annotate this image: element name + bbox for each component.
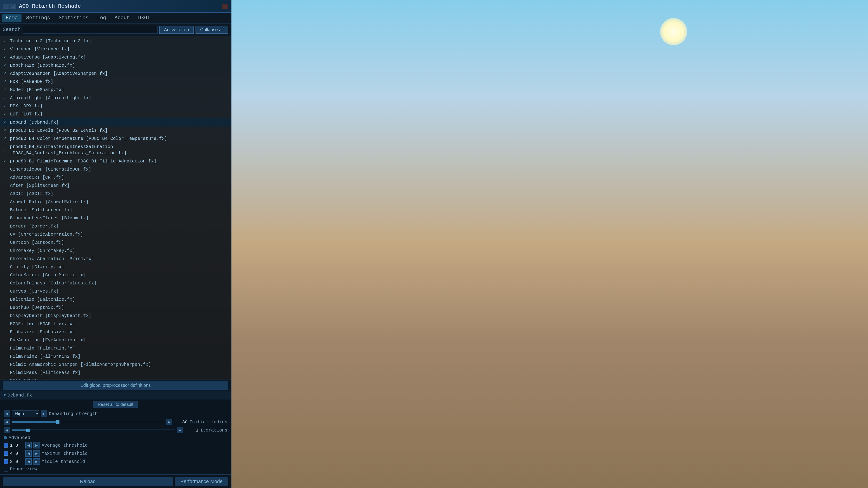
effect-list-item[interactable]: Curves [Curves.fx] bbox=[0, 287, 231, 295]
effect-list-item[interactable]: Aspect Ratio [AspectRatio.fx] bbox=[0, 198, 231, 206]
debug-view-row: Debug view bbox=[0, 466, 231, 473]
search-bar: Search Active to top Collapse all bbox=[0, 24, 231, 36]
effect-list-item[interactable]: Chromatic Aberration [Prism.fx] bbox=[0, 255, 231, 263]
search-label: Search bbox=[3, 27, 21, 33]
effect-list-item[interactable]: Filmic Anamorphic Sharpen [FilmicAnamorp… bbox=[0, 361, 231, 369]
effect-list-item[interactable]: CA [ChromaticAberration.fx] bbox=[0, 230, 231, 238]
effect-list-item[interactable]: AmbientLight [AmbientLight.fx] bbox=[0, 94, 231, 102]
effect-list-item[interactable]: Technicolor2 [Technicolor2.fx] bbox=[0, 37, 231, 45]
effect-list-item[interactable]: Vibrance [Vibrance.fx] bbox=[0, 45, 231, 53]
maximum-threshold-row: 4.0 ◀ ▶ Maximum threshold bbox=[0, 449, 231, 457]
average-threshold-row: 1.8 ◀ ▶ Average threshold bbox=[0, 441, 231, 449]
effect-list-item[interactable]: prod80_B4_ContrastBrightnessSaturation [… bbox=[0, 143, 231, 157]
effect-list-item[interactable]: AdaptiveSharpen [AdaptiveSharpen.fx] bbox=[0, 70, 231, 78]
effect-list-item[interactable]: DPX [DPX.fx] bbox=[0, 102, 231, 110]
iterations-minus[interactable]: ◀ bbox=[4, 427, 10, 433]
collapse-all-button[interactable]: Collapse all bbox=[195, 26, 228, 34]
effect-list-item[interactable]: EGAFilter [EGAFilter.fx] bbox=[0, 320, 231, 328]
advanced-toggle-dot bbox=[4, 436, 7, 440]
sun bbox=[660, 18, 687, 45]
effect-list-item[interactable]: Chromakey [Chromakey.fx] bbox=[0, 247, 231, 255]
effect-list-item[interactable]: EyeAdaption [EyeAdaption.fx] bbox=[0, 336, 231, 344]
debug-view-checkbox[interactable] bbox=[4, 467, 8, 471]
effect-list-item[interactable]: Cartoon [Cartoon.fx] bbox=[0, 238, 231, 247]
middle-threshold-indicator bbox=[4, 459, 8, 464]
effect-list-item[interactable]: AdvancedCRT [CRT.fx] bbox=[0, 173, 231, 182]
minimize-button[interactable]: _ bbox=[3, 4, 9, 9]
reload-button[interactable]: Reload bbox=[3, 477, 173, 486]
middle-threshold-value: 2.0 bbox=[10, 459, 24, 464]
effect-list-item[interactable]: AdaptiveFog [AdaptiveFog.fx] bbox=[0, 53, 231, 61]
advanced-toggle[interactable]: Advanced bbox=[0, 434, 231, 441]
menu-item-settings[interactable]: Settings bbox=[22, 14, 54, 22]
menu-item-about[interactable]: About bbox=[111, 14, 133, 22]
advanced-label: Advanced bbox=[8, 435, 30, 440]
menu-item-home[interactable]: Home bbox=[2, 14, 22, 22]
effect-list-item[interactable]: Deband [Deband.fx] bbox=[0, 119, 231, 127]
active-shader-name: Deband.fx bbox=[8, 393, 32, 398]
effect-list-item[interactable]: HDR [FakeHDR.fx] bbox=[0, 78, 231, 86]
settings-panel: Deband.fx Reset all to default ◀ High Lo… bbox=[0, 391, 231, 475]
effect-list-item[interactable]: prod80_B2_Levels [PD80_B2_Levels.fx] bbox=[0, 127, 231, 135]
iterations-slider[interactable] bbox=[12, 429, 175, 431]
average-threshold-label: Average threshold bbox=[41, 443, 88, 448]
effect-list-item[interactable]: Clarity [Clarity.fx] bbox=[0, 263, 231, 271]
debanding-strength-dropdown[interactable]: High Low Medium Ultra bbox=[12, 410, 39, 417]
middle-threshold-minus[interactable]: ◀ bbox=[25, 458, 32, 465]
effect-list-item[interactable]: Emphasize [Emphasize.fx] bbox=[0, 328, 231, 336]
effect-list-item[interactable]: FilmGrain2 [FilmGrain2.fx] bbox=[0, 352, 231, 361]
initial-radius-slider-container[interactable] bbox=[12, 421, 164, 423]
iterations-value: 1 bbox=[185, 428, 198, 433]
effect-list-item[interactable]: DepthHaze [DepthHaze.fx] bbox=[0, 61, 231, 70]
initial-radius-slider[interactable] bbox=[12, 421, 164, 423]
average-threshold-plus[interactable]: ▶ bbox=[33, 442, 40, 449]
middle-threshold-plus[interactable]: ▶ bbox=[33, 458, 40, 465]
edit-preprocessor-button[interactable]: Edit global preprocessor definitions bbox=[3, 381, 228, 390]
iterations-slider-container[interactable] bbox=[12, 429, 175, 431]
iterations-label: Iterations bbox=[200, 428, 227, 433]
debanding-strength-minus[interactable]: ◀ bbox=[4, 411, 10, 417]
average-threshold-minus[interactable]: ◀ bbox=[25, 442, 32, 449]
effect-list-item[interactable]: CinematicDOF [CinematicDOF.fx] bbox=[0, 165, 231, 173]
initial-radius-label: Initial radius bbox=[189, 420, 227, 425]
reset-all-button[interactable]: Reset all to default bbox=[93, 401, 138, 408]
menu-item-dxgi[interactable]: DXGi bbox=[134, 14, 154, 22]
effect-list-item[interactable]: prod80_B1_FilmicTonemap [PD80_B1_Filmic_… bbox=[0, 157, 231, 165]
effect-list-item[interactable]: ColorMatrix [ColorMatrix.fx] bbox=[0, 271, 231, 279]
initial-radius-minus[interactable]: ◀ bbox=[4, 419, 10, 425]
maximum-threshold-minus[interactable]: ◀ bbox=[25, 450, 32, 457]
iterations-plus[interactable]: ▶ bbox=[177, 427, 183, 433]
menu-item-log[interactable]: Log bbox=[93, 14, 110, 22]
initial-radius-row: ◀ ▶ 30 Initial radius bbox=[0, 418, 231, 426]
debanding-strength-plus[interactable]: ▶ bbox=[41, 411, 47, 417]
effect-list-item[interactable]: LUT [LUT.fx] bbox=[0, 110, 231, 119]
effect-list-item[interactable]: Before [Splitscreen.fx] bbox=[0, 206, 231, 214]
menu-bar: Home Settings Statistics Log About DXGi bbox=[0, 13, 231, 24]
effect-list-item[interactable]: BloomAndLensFlares [Bloom.fx] bbox=[0, 214, 231, 222]
maximum-threshold-value: 4.0 bbox=[10, 451, 24, 456]
effect-list-item[interactable]: ASCII [ASCII.fx] bbox=[0, 190, 231, 198]
menu-item-statistics[interactable]: Statistics bbox=[55, 14, 92, 22]
maximum-threshold-plus[interactable]: ▶ bbox=[33, 450, 40, 457]
effect-list-item[interactable]: DisplayDepth [DisplayDepth.fx] bbox=[0, 312, 231, 320]
effect-list-item[interactable]: FilmGrain [FilmGrain.fx] bbox=[0, 344, 231, 352]
effect-list-item[interactable]: Colourfulness [Colourfulness.fx] bbox=[0, 279, 231, 287]
active-to-top-button[interactable]: Active to top bbox=[159, 26, 194, 34]
effect-list-item[interactable]: prod80_B4_Color_Temperature [PD80_B4_Col… bbox=[0, 135, 231, 143]
effect-list-item[interactable]: Border [Border.fx] bbox=[0, 222, 231, 230]
effect-list-item[interactable]: FXAA [FXAA.fx] bbox=[0, 377, 231, 380]
performance-mode-button[interactable]: Performance Mode bbox=[175, 477, 228, 486]
close-button[interactable]: ✕ bbox=[222, 4, 228, 9]
effects-list[interactable]: Technicolor2 [Technicolor2.fx]Vibrance [… bbox=[0, 36, 231, 380]
initial-radius-plus[interactable]: ▶ bbox=[166, 419, 172, 425]
search-input[interactable] bbox=[23, 26, 158, 34]
restore-button[interactable]: □ bbox=[10, 4, 16, 9]
effect-list-item[interactable]: FilmicPass [FilmicPass.fx] bbox=[0, 369, 231, 377]
effect-list-item[interactable]: Model [FineSharp.fx] bbox=[0, 86, 231, 94]
window-title: ACO Rebirth Reshade bbox=[19, 3, 81, 9]
effect-list-item[interactable]: After [Splitscreen.fx] bbox=[0, 182, 231, 190]
average-threshold-value: 1.8 bbox=[10, 443, 24, 448]
effect-list-item[interactable]: Daltonize [Daltonize.fx] bbox=[0, 295, 231, 304]
iterations-row: ◀ ▶ 1 Iterations bbox=[0, 426, 231, 434]
effect-list-item[interactable]: Depth3D [Depth3D.fx] bbox=[0, 304, 231, 312]
